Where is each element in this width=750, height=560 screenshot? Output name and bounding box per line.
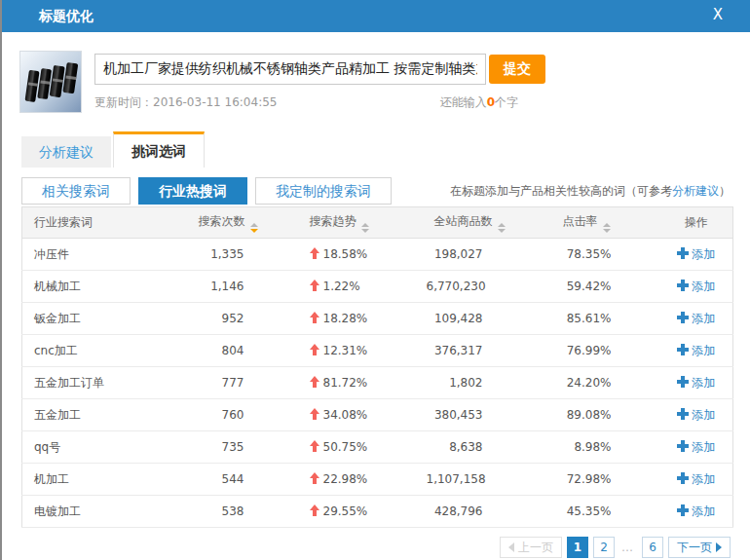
add-keyword-button[interactable]: 添加 (677, 312, 715, 325)
add-keyword-button[interactable]: 添加 (677, 472, 715, 486)
sort-icon[interactable] (498, 223, 506, 233)
action-cell: 添加 (660, 271, 733, 303)
ctr-cell: 24.20% (534, 367, 660, 399)
my-custom-words-button[interactable]: 我定制的搜索词 (255, 177, 392, 205)
keyword-cell: cnc加工 (22, 335, 193, 367)
close-icon[interactable]: X (713, 6, 723, 23)
add-keyword-button[interactable]: 添加 (677, 280, 715, 293)
sort-icon[interactable] (603, 223, 611, 233)
table-row: 五金加工 760 34.08% 380,453 89.08% 添加 (22, 399, 733, 431)
action-cell: 添加 (660, 431, 733, 464)
table-row: 五金加工订单 777 81.72% 1,802 24.20% 添加 (22, 367, 733, 399)
trend-cell: 1.22% (266, 271, 427, 303)
submit-button[interactable]: 提交 (489, 55, 545, 84)
related-search-words-button[interactable]: 相关搜索词 (21, 177, 131, 205)
table-header-row: 行业搜索词 搜索次数 搜索趋势 全站商品数 点击率 操作 (22, 207, 733, 239)
action-cell: 添加 (660, 496, 733, 528)
ctr-cell: 59.42% (534, 271, 660, 303)
keyword-cell: 五金加工 (22, 399, 193, 431)
add-keyword-button[interactable]: 添加 (677, 504, 715, 518)
prev-page-button[interactable]: 上一页 (500, 537, 562, 558)
dialog-header: 标题优化 X (2, 0, 750, 32)
search-count-cell: 952 (193, 303, 266, 335)
trend-cell: 18.28% (266, 303, 427, 335)
sort-icon[interactable] (361, 223, 369, 233)
products-cell: 428,796 (427, 496, 534, 528)
col-total-products[interactable]: 全站商品数 (427, 207, 534, 239)
ctr-cell: 8.98% (534, 431, 660, 464)
trend-cell: 22.98% (266, 464, 427, 496)
search-count-cell: 538 (193, 496, 266, 528)
action-cell: 添加 (660, 239, 733, 271)
filter-row: 相关搜索词 行业热搜词 我定制的搜索词 在标题添加与产品相关性较高的词（可参考分… (21, 177, 731, 205)
trend-cell: 12.31% (266, 335, 427, 367)
page-button-2[interactable]: 2 (593, 537, 615, 558)
pagination-ellipsis: … (619, 541, 637, 554)
table-row: 电镀加工 538 29.55% 428,796 45.35% 添加 (22, 496, 733, 528)
keyword-table: 行业搜索词 搜索次数 搜索趋势 全站商品数 点击率 操作 冲压件 1,335 1… (21, 206, 733, 528)
plus-icon (677, 376, 689, 388)
product-title-input[interactable] (94, 54, 486, 85)
plus-icon (677, 504, 689, 516)
trend-up-icon (310, 504, 319, 516)
products-cell: 109,428 (427, 303, 534, 335)
products-cell: 376,317 (427, 335, 534, 367)
action-cell: 添加 (660, 335, 733, 367)
plus-icon (677, 280, 689, 291)
search-count-cell: 735 (193, 431, 266, 464)
page-button-6[interactable]: 6 (642, 537, 663, 558)
products-cell: 1,107,158 (427, 464, 534, 496)
add-keyword-button[interactable]: 添加 (677, 344, 715, 357)
action-cell: 添加 (660, 464, 733, 496)
update-row: 更新时间：2016-03-11 16:04:55 还能输入0个字 (94, 94, 518, 111)
plus-icon (677, 440, 689, 452)
pagination: 上一页 1 2 … 6 下一页 (500, 537, 731, 558)
trend-cell: 29.55% (266, 496, 427, 528)
search-count-cell: 760 (193, 399, 266, 431)
trend-up-icon (310, 440, 319, 452)
analysis-suggestions-link[interactable]: 分析建议 (672, 184, 719, 198)
ctr-cell: 78.35% (534, 239, 660, 271)
search-count-cell: 1,146 (193, 271, 266, 303)
add-keyword-button[interactable]: 添加 (677, 376, 715, 390)
products-cell: 380,453 (427, 399, 534, 431)
next-page-button[interactable]: 下一页 (668, 537, 731, 558)
table-row: 机械加工 1,146 1.22% 6,770,230 59.42% 添加 (22, 271, 733, 303)
table-row: 钣金加工 952 18.28% 109,428 85.61% 添加 (22, 303, 733, 335)
trend-up-icon (310, 472, 319, 484)
tab-analysis-suggestions[interactable]: 分析建议 (21, 136, 111, 168)
col-ctr[interactable]: 点击率 (534, 207, 660, 239)
chevron-left-icon (508, 542, 514, 552)
col-search-count[interactable]: 搜索次数 (193, 207, 266, 239)
plus-icon (677, 472, 689, 484)
industry-hot-words-button[interactable]: 行业热搜词 (138, 177, 247, 205)
sort-icon-desc-active[interactable] (250, 223, 258, 233)
keyword-cell: 电镀加工 (22, 496, 193, 528)
table-row: cnc加工 804 12.31% 376,317 76.99% 添加 (22, 335, 733, 367)
trend-up-icon (310, 376, 319, 388)
tab-word-selection[interactable]: 挑词选词 (113, 131, 205, 168)
ctr-cell: 76.99% (534, 335, 660, 367)
page-button-1[interactable]: 1 (567, 537, 588, 558)
search-count-cell: 544 (193, 464, 266, 496)
products-cell: 8,638 (427, 431, 534, 464)
trend-up-icon (310, 247, 319, 259)
hint-text: 在标题添加与产品相关性较高的词（可参考分析建议） (450, 183, 731, 200)
ctr-cell: 89.08% (534, 399, 660, 431)
plus-icon (677, 344, 689, 355)
add-keyword-button[interactable]: 添加 (677, 440, 715, 454)
products-cell: 6,770,230 (427, 271, 534, 303)
keyword-cell: 五金加工订单 (22, 367, 193, 399)
plus-icon (677, 408, 689, 420)
keyword-cell: 机械加工 (22, 271, 193, 303)
trend-cell: 81.72% (266, 367, 427, 399)
trend-cell: 34.08% (266, 399, 427, 431)
title-optimization-dialog: 标题优化 X (0, 0, 750, 560)
add-keyword-button[interactable]: 添加 (677, 408, 715, 422)
chars-remaining-count: 0 (487, 95, 495, 109)
ctr-cell: 45.35% (534, 496, 660, 528)
add-keyword-button[interactable]: 添加 (677, 247, 715, 261)
col-search-trend[interactable]: 搜索趋势 (266, 207, 427, 239)
trend-up-icon (310, 312, 319, 323)
ctr-cell: 85.61% (534, 303, 660, 335)
